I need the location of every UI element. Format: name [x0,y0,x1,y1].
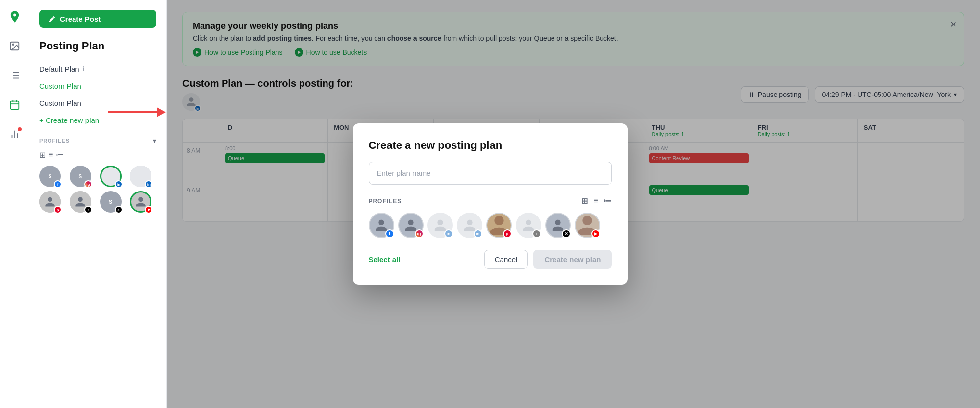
profile-avatar-1[interactable]: S f [39,166,61,187]
modal-footer: Select all Cancel Create new plan [369,250,612,269]
svg-point-1 [12,44,14,45]
modal-grid-icon[interactable]: ⊞ [581,196,588,206]
tw-badge: X [115,206,123,214]
modal-profile-4[interactable]: in [457,213,482,238]
profile-avatar-2[interactable]: S ig [70,166,91,187]
modal-profile-5[interactable]: p [486,213,512,238]
modal-title: Create a new posting plan [369,139,612,152]
profiles-view-toggle: ⊞ ≡ ≔ [39,150,156,160]
modal-profile-3[interactable]: in [427,213,453,238]
modal-profiles-row: f ig in in [369,213,612,238]
sidebar: Create Post Posting Plan Default Plan ℹ … [29,0,167,408]
modal-filter-icon[interactable]: ≔ [603,196,612,206]
sidebar-item-custom-plan-1[interactable]: Custom Plan [29,77,166,95]
list-view-icon[interactable]: ≡ [49,150,53,160]
profile-avatar-7[interactable]: S X [100,191,122,213]
modal-profile-6[interactable]: ♪ [516,213,541,238]
analytics-icon[interactable] [6,125,24,143]
select-all-button[interactable]: Select all [369,255,401,264]
profiles-grid: S f S ig in in p [39,166,156,213]
fb-badge: f [54,180,62,188]
ig-badge: ig [84,180,92,188]
create-plan-arrow [108,107,166,117]
pi-badge-modal: p [503,229,512,238]
filter-icon[interactable]: ≔ [56,150,64,160]
image-icon[interactable] [6,37,24,55]
li-badge-modal-2: in [474,229,482,238]
profile-avatar-4[interactable]: in [130,166,151,187]
tk-badge: ♪ [84,206,92,214]
modal-view-icons: ⊞ ≡ ≔ [581,196,611,206]
tk-badge-modal: ♪ [532,229,541,238]
tw-badge-modal: ✕ [562,229,571,238]
app-logo-icon[interactable] [6,8,24,25]
modal-profiles-label: PROFILES ⊞ ≡ ≔ [369,196,612,206]
list-icon[interactable] [6,67,24,84]
profile-avatar-6[interactable]: ♪ [70,191,91,213]
plan-name-input[interactable] [369,162,612,185]
modal-profile-1[interactable]: f [369,213,394,238]
li-badge: in [115,180,123,188]
icon-bar [0,0,29,408]
modal-profile-7[interactable]: ✕ [545,213,571,238]
li-badge-modal: in [444,229,453,238]
create-post-button[interactable]: Create Post [39,10,156,28]
modal-list-icon[interactable]: ≡ [593,196,598,206]
yt-badge: ▶ [145,206,152,214]
profiles-chevron-icon[interactable]: ▾ [153,137,156,144]
sidebar-navigation: Default Plan ℹ Custom Plan Custom Plan +… [29,60,166,129]
profiles-section: PROFILES ▾ ⊞ ≡ ≔ S f S ig in in [29,129,166,213]
yt-badge-modal: ▶ [591,229,600,238]
sidebar-title: Posting Plan [29,40,166,60]
ig-badge-modal: ig [415,229,424,238]
li-badge-2: in [145,180,152,188]
profile-avatar-3[interactable]: in [100,166,122,187]
sidebar-item-default-plan[interactable]: Default Plan ℹ [29,60,166,77]
profile-avatar-5[interactable]: p [39,191,61,213]
create-new-plan-button[interactable]: Create new plan [533,250,611,269]
cancel-button[interactable]: Cancel [484,250,528,269]
profile-avatar-8[interactable]: ▶ [130,191,151,213]
calendar-icon[interactable] [6,96,24,114]
create-plan-modal: Create a new posting plan PROFILES ⊞ ≡ ≔… [353,123,628,285]
grid-view-icon[interactable]: ⊞ [39,150,46,160]
modal-profile-8[interactable]: ▶ [575,213,600,238]
pi-badge: p [54,206,62,214]
profiles-header: PROFILES ▾ [39,137,156,144]
modal-profile-2[interactable]: ig [398,213,424,238]
fb-badge-modal: f [385,229,394,238]
svg-rect-8 [10,101,19,110]
modal-actions: Cancel Create new plan [484,250,612,269]
